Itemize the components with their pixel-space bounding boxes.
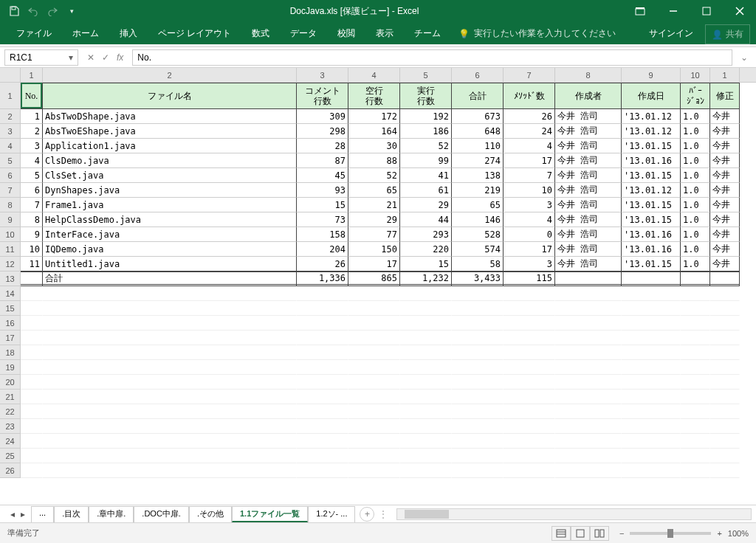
enter-formula-icon[interactable]: ✓ [102,52,109,63]
cell[interactable] [555,272,622,286]
column-header[interactable]: 5 [400,68,452,83]
share-button[interactable]: 👤 共有 [705,24,750,44]
cell[interactable]: 309 [297,109,348,124]
cell[interactable] [348,316,400,331]
cell[interactable] [297,449,348,463]
cancel-formula-icon[interactable]: ✕ [87,52,94,63]
cell[interactable]: 今井 [710,212,740,227]
cell[interactable] [400,345,452,360]
cell[interactable] [452,360,504,375]
cell[interactable]: ClsDemo.java [43,153,297,168]
cell[interactable]: 5 [21,168,43,183]
cell[interactable]: 65 [452,198,504,212]
sign-in-button[interactable]: サインイン [642,23,701,44]
cell[interactable] [555,345,622,360]
cell[interactable] [504,419,555,434]
cell[interactable]: 実行行数 [400,83,452,109]
cell[interactable] [681,360,710,375]
cell[interactable] [710,390,740,404]
cell[interactable] [400,301,452,316]
cell[interactable] [555,360,622,375]
normal-view-button[interactable] [551,526,571,541]
expand-formula-icon[interactable]: ⌄ [737,52,752,63]
cell[interactable] [504,390,555,404]
cell[interactable]: '13.01.15 [622,139,681,153]
cell[interactable] [504,434,555,449]
cell[interactable] [297,360,348,375]
column-header[interactable]: 2 [43,68,297,83]
cell[interactable]: DynShapes.java [43,183,297,198]
cell[interactable] [681,390,710,404]
ribbon-options-icon[interactable] [623,0,656,22]
cell[interactable]: 今井 浩司 [555,153,622,168]
cell[interactable]: 今井 浩司 [555,183,622,198]
cell[interactable]: 合計 [43,272,297,286]
row-header[interactable]: 15 [0,301,21,316]
cell[interactable]: 26 [297,257,348,272]
cell[interactable] [622,286,681,301]
cell[interactable] [348,419,400,434]
row-header[interactable]: 14 [0,286,21,301]
cell[interactable] [452,316,504,331]
cell[interactable]: IQDemo.java [43,242,297,257]
cell[interactable]: 7 [504,168,555,183]
row-header[interactable]: 25 [0,449,21,463]
close-button[interactable] [723,0,756,22]
cell[interactable] [21,331,43,345]
cell[interactable]: 今井 浩司 [555,168,622,183]
cell[interactable]: 865 [348,272,400,286]
cell[interactable]: 186 [400,124,452,139]
cell[interactable] [297,331,348,345]
cell[interactable] [452,419,504,434]
cell[interactable]: 2 [21,124,43,139]
row-header[interactable]: 10 [0,227,21,242]
cell[interactable]: 今井 浩司 [555,257,622,272]
cell[interactable]: 150 [348,242,400,257]
ribbon-tab[interactable]: チーム [404,23,451,44]
cell[interactable] [452,375,504,390]
cell[interactable] [555,404,622,419]
cell[interactable]: 1.0 [681,212,710,227]
cell[interactable] [43,316,297,331]
cell[interactable] [21,375,43,390]
cell[interactable]: '13.01.12 [622,183,681,198]
cell[interactable]: 17 [504,242,555,257]
cell[interactable] [348,331,400,345]
cell[interactable]: 今井 [710,257,740,272]
cell[interactable] [43,360,297,375]
cell[interactable] [297,463,348,478]
zoom-out-button[interactable]: − [619,529,624,538]
cell[interactable] [710,419,740,434]
row-header[interactable]: 6 [0,168,21,183]
cell[interactable]: 52 [348,168,400,183]
cell[interactable]: 合計 [452,83,504,109]
cell[interactable]: 今井 [710,139,740,153]
cell[interactable] [452,331,504,345]
cell[interactable] [452,463,504,478]
cell[interactable]: '13.01.12 [622,124,681,139]
cell[interactable] [504,449,555,463]
maximize-button[interactable] [690,0,723,22]
cell[interactable]: 3 [21,139,43,153]
cell[interactable] [348,434,400,449]
cell[interactable] [710,404,740,419]
cell[interactable] [21,360,43,375]
cell[interactable] [710,463,740,478]
row-header[interactable]: 21 [0,390,21,404]
cell[interactable] [297,434,348,449]
cell[interactable]: Frame1.java [43,198,297,212]
sheet-tab[interactable]: .その他 [189,506,232,522]
cell[interactable] [21,301,43,316]
cell[interactable]: 今井 浩司 [555,212,622,227]
cell[interactable] [681,434,710,449]
cell[interactable] [681,345,710,360]
cell[interactable]: '13.01.15 [622,257,681,272]
cell[interactable]: AbsTwoEShape.java [43,124,297,139]
cell[interactable]: 1.0 [681,124,710,139]
cell[interactable] [555,449,622,463]
cell[interactable]: 1.0 [681,242,710,257]
cell[interactable] [681,449,710,463]
cell[interactable] [504,345,555,360]
cell[interactable]: 26 [504,109,555,124]
cell[interactable] [622,272,681,286]
